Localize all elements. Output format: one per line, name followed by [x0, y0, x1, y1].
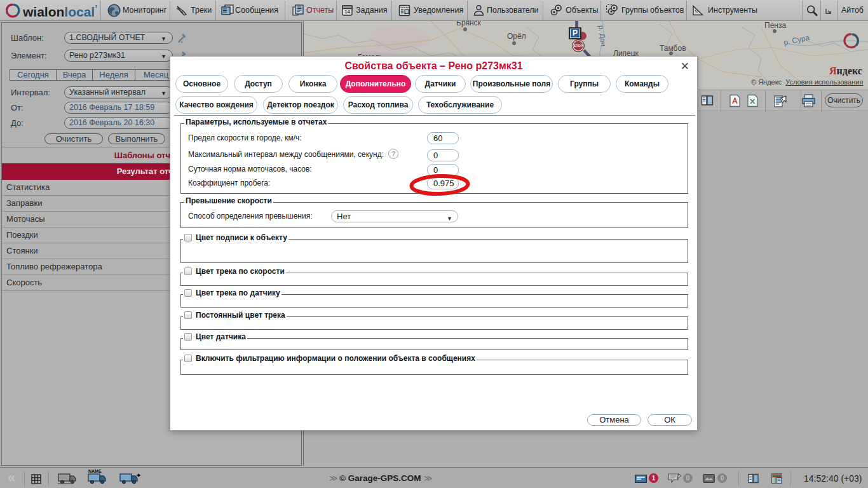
svg-text:14: 14: [344, 9, 350, 15]
